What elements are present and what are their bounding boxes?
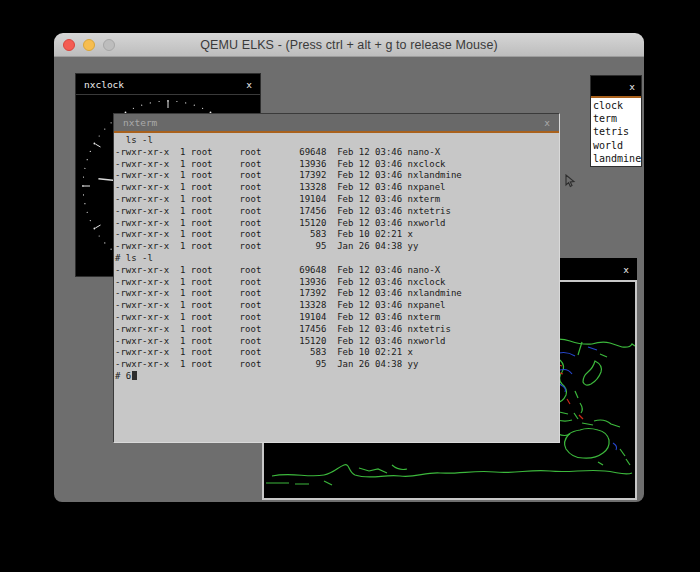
terminal-output[interactable]: ls -l-rwxr-xr-x 1 root root 69648 Feb 12…: [114, 133, 559, 440]
terminal-line: # ls -l: [115, 253, 559, 265]
nanox-desktop[interactable]: nxclock x x: [54, 57, 644, 502]
mouse-cursor-icon: [565, 174, 577, 192]
close-button[interactable]: [63, 39, 75, 51]
nxterm-close-icon[interactable]: x: [544, 117, 550, 128]
terminal-line: -rwxr-xr-x 1 root root 19104 Feb 12 03:4…: [115, 312, 559, 324]
terminal-line: -rwxr-xr-x 1 root root 15120 Feb 12 03:4…: [115, 336, 559, 348]
qemu-window: QEMU ELKS - (Press ctrl + alt + g to rel…: [54, 33, 644, 502]
macos-titlebar[interactable]: QEMU ELKS - (Press ctrl + alt + g to rel…: [54, 33, 644, 57]
zoom-button-disabled: [103, 39, 115, 51]
terminal-line: -rwxr-xr-x 1 root root 17392 Feb 12 03:4…: [115, 288, 559, 300]
terminal-line: -rwxr-xr-x 1 root root 17456 Feb 12 03:4…: [115, 206, 559, 218]
terminal-line: -rwxr-xr-x 1 root root 69648 Feb 12 03:4…: [115, 147, 559, 159]
menu-item[interactable]: term: [593, 112, 641, 125]
nxclock-title: nxclock: [84, 79, 246, 90]
menu-items: clocktermtetrisworldlandmine: [591, 98, 641, 165]
menu-item[interactable]: landmine: [593, 152, 641, 165]
terminal-line: ls -l: [115, 135, 559, 147]
nxclock-titlebar[interactable]: nxclock x: [76, 74, 260, 95]
nxterm-titlebar[interactable]: nxterm x: [114, 114, 559, 133]
screen: QEMU ELKS - (Press ctrl + alt + g to rel…: [0, 0, 700, 572]
menu-titlebar[interactable]: x: [591, 76, 641, 98]
terminal-line: -rwxr-xr-x 1 root root 19104 Feb 12 03:4…: [115, 194, 559, 206]
terminal-line: -rwxr-xr-x 1 root root 13936 Feb 12 03:4…: [115, 159, 559, 171]
menu-close-icon[interactable]: x: [629, 81, 635, 92]
text-cursor: [132, 371, 137, 380]
menu-item[interactable]: world: [593, 139, 641, 152]
terminal-line: -rwxr-xr-x 1 root root 95 Jan 26 04:38 y…: [115, 359, 559, 371]
terminal-line: -rwxr-xr-x 1 root root 17392 Feb 12 03:4…: [115, 170, 559, 182]
terminal-line: -rwxr-xr-x 1 root root 15120 Feb 12 03:4…: [115, 218, 559, 230]
terminal-line: -rwxr-xr-x 1 root root 17456 Feb 12 03:4…: [115, 324, 559, 336]
nxterm-title: nxterm: [123, 117, 157, 128]
minimize-button[interactable]: [83, 39, 95, 51]
nxterm-window[interactable]: nxterm x ls -l-rwxr-xr-x 1 root root 696…: [113, 113, 560, 443]
terminal-lines: ls -l-rwxr-xr-x 1 root root 69648 Feb 12…: [115, 135, 559, 371]
menu-item[interactable]: tetris: [593, 125, 641, 138]
menu-item[interactable]: clock: [593, 99, 641, 112]
terminal-line: -rwxr-xr-x 1 root root 13936 Feb 12 03:4…: [115, 277, 559, 289]
terminal-line: -rwxr-xr-x 1 root root 583 Feb 10 02:21 …: [115, 347, 559, 359]
traffic-lights: [63, 33, 115, 57]
prompt-text: # 6: [115, 371, 131, 381]
nxpanel-menu-window[interactable]: x clocktermtetrisworldlandmine: [590, 75, 642, 167]
terminal-line: -rwxr-xr-x 1 root root 13328 Feb 12 03:4…: [115, 300, 559, 312]
nxclock-close-icon[interactable]: x: [246, 79, 252, 90]
nxworld-close-icon[interactable]: x: [623, 264, 629, 275]
terminal-line: -rwxr-xr-x 1 root root 69648 Feb 12 03:4…: [115, 265, 559, 277]
terminal-line: -rwxr-xr-x 1 root root 583 Feb 10 02:21 …: [115, 229, 559, 241]
terminal-line: -rwxr-xr-x 1 root root 13328 Feb 12 03:4…: [115, 182, 559, 194]
terminal-line: -rwxr-xr-x 1 root root 95 Jan 26 04:38 y…: [115, 241, 559, 253]
terminal-prompt-line: # 6: [115, 371, 559, 383]
qemu-window-title: QEMU ELKS - (Press ctrl + alt + g to rel…: [54, 38, 644, 52]
